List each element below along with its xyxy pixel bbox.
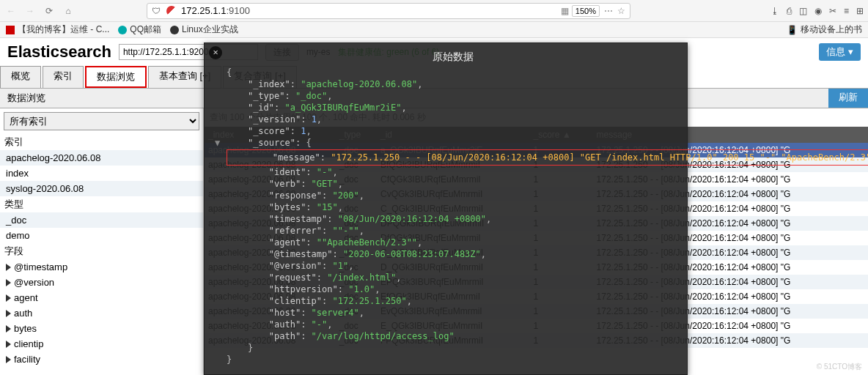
home-icon[interactable]: ⌂ — [62, 4, 75, 18]
index-index[interactable]: index — [0, 166, 203, 181]
screenshot-icon[interactable]: ✂ — [829, 6, 836, 16]
field-clientip[interactable]: clientip — [0, 336, 203, 352]
bookmark-mobile[interactable]: 📱 移动设备上的书 — [787, 23, 862, 36]
type-label: 类型 — [0, 196, 203, 212]
chevron-right-icon — [6, 356, 11, 363]
url-bar[interactable]: 🛡 172.25.1.1:9100 ▦ 150% ⋯ ☆ — [147, 3, 630, 19]
shield-icon: 🛡 — [152, 6, 162, 16]
close-icon[interactable]: ✕ — [209, 46, 222, 59]
chevron-right-icon — [6, 294, 11, 302]
watermark: © 51CTO博客 — [817, 362, 862, 372]
noscript-icon — [166, 6, 177, 16]
index-syslog[interactable]: syslog-2020.06.08 — [0, 181, 203, 196]
field-label: 字段 — [0, 243, 203, 259]
info-button[interactable]: 信息 ▾ — [819, 43, 861, 61]
chevron-right-icon — [6, 279, 11, 286]
sidebar-icon[interactable]: ◫ — [799, 6, 807, 16]
nav-forward-icon[interactable]: → — [23, 4, 37, 18]
sub-title: 数据浏览 — [0, 89, 53, 108]
raw-json-overlay: ✕ 原始数据 { "_index": "apachelog-2020.06.08… — [204, 42, 688, 375]
more-icon[interactable]: ⋯ — [604, 6, 613, 16]
red-square-icon — [6, 26, 15, 34]
bookmark-star-icon[interactable]: ☆ — [617, 6, 625, 16]
refresh-button[interactable]: 刷新 — [828, 89, 868, 108]
field-auth[interactable]: auth — [0, 305, 203, 321]
browser-toolbar: ← → ⟳ ⌂ 🛡 172.25.1.1:9100 ▦ 150% ⋯ ☆ ⭳ ⎙… — [0, 0, 868, 22]
sync-icon[interactable]: ◉ — [814, 6, 822, 16]
chevron-right-icon — [6, 310, 11, 317]
index-apachelog[interactable]: apachelog-2020.06.08 — [0, 150, 203, 166]
type-demo[interactable]: demo — [0, 228, 203, 243]
tab-browse[interactable]: 数据浏览 — [85, 66, 147, 88]
bookmark-bar: 【我的博客】运维 - C... QQ邮箱 Linux企业实战 📱 移动设备上的书 — [0, 22, 868, 38]
reload-icon[interactable]: ⟳ — [43, 4, 56, 18]
overlay-title: 原始数据 — [227, 51, 680, 64]
tux-icon — [170, 26, 179, 34]
field-bytes[interactable]: bytes — [0, 321, 203, 336]
chevron-right-icon — [6, 325, 11, 333]
chevron-right-icon — [6, 264, 11, 271]
library-icon[interactable]: ⎙ — [787, 6, 792, 16]
index-label: 索引 — [0, 134, 203, 150]
tab-overview[interactable]: 概览 — [0, 66, 41, 88]
json-body: { "_index": "apachelog-2020.06.08", "_ty… — [227, 67, 680, 365]
bookmark-linux[interactable]: Linux企业实战 — [170, 23, 238, 36]
app-title: Elasticsearch — [7, 42, 111, 62]
menu-icon[interactable]: ≡ — [844, 6, 849, 16]
bookmark-blog[interactable]: 【我的博客】运维 - C... — [6, 23, 109, 36]
field-version[interactable]: @version — [0, 275, 203, 290]
field-timestamp[interactable]: @timestamp — [0, 259, 203, 275]
url-text: 172.25.1.1:9100 — [181, 5, 561, 16]
index-select[interactable]: 所有索引 — [4, 112, 199, 130]
extension-icon[interactable]: ⊞ — [856, 6, 864, 16]
download-icon[interactable]: ⭳ — [770, 6, 779, 16]
type-doc[interactable]: _doc — [0, 212, 203, 228]
field-facility[interactable]: facility — [0, 352, 203, 367]
field-agent[interactable]: agent — [0, 290, 203, 305]
sidebar: 所有索引 索引 apachelog-2020.06.08 index syslo… — [0, 108, 204, 375]
zoom-level[interactable]: 150% — [572, 5, 600, 17]
qq-icon — [118, 26, 127, 34]
nav-back-icon[interactable]: ← — [4, 4, 18, 18]
tab-indices[interactable]: 索引 — [43, 66, 84, 88]
bookmark-qq[interactable]: QQ邮箱 — [118, 23, 161, 36]
reader-icon[interactable]: ▦ — [561, 6, 569, 16]
chevron-right-icon — [6, 341, 11, 348]
